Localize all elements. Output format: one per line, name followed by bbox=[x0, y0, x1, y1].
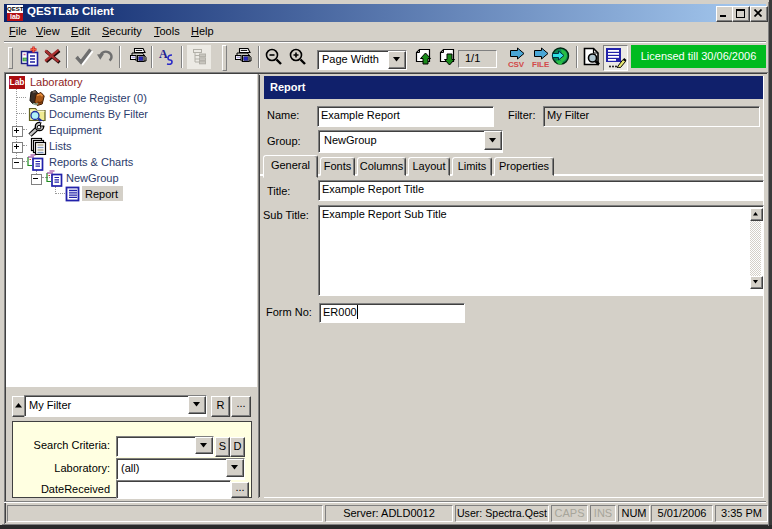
svg-text:FILE: FILE bbox=[532, 60, 550, 69]
svg-text:CSV: CSV bbox=[508, 60, 525, 69]
svg-text:A: A bbox=[159, 47, 168, 61]
